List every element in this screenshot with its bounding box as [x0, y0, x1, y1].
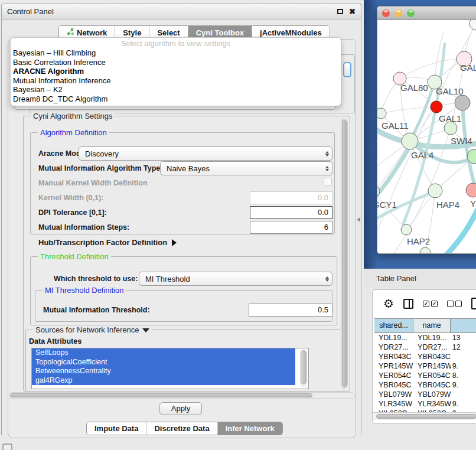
hub-definition-label: Hub/Transcription Factor Definition: [38, 238, 167, 247]
attributes-scrollbar[interactable]: [300, 350, 307, 387]
gear-icon[interactable]: ⚙: [383, 298, 394, 309]
network-graph-svg: GALGAL80GAL10GAL1GAL11SWI4GAL4GCY1HAP4YH…: [377, 20, 476, 254]
network-node[interactable]: [377, 108, 386, 119]
network-node[interactable]: [444, 122, 457, 135]
column-header-shared[interactable]: shared...: [374, 319, 413, 332]
which-threshold-select[interactable]: MI Threshold: [139, 272, 332, 286]
checked-box-icon: ✓: [431, 301, 438, 307]
hub-definition-toggle[interactable]: Hub/Transcription Factor Definition: [38, 238, 177, 247]
settings-hscroll-thumb[interactable]: [10, 393, 312, 397]
mi-type-select[interactable]: Naive Bayes: [160, 161, 332, 175]
mi-steps-label: Mutual Information Steps:: [38, 223, 129, 231]
network-node[interactable]: [428, 184, 442, 198]
algorithm-option[interactable]: Basic Correlation Inference: [11, 58, 341, 67]
docked-panel-button[interactable]: [2, 444, 12, 450]
table-cell: YPR145W: [413, 361, 451, 371]
table-cell: YBL079W: [413, 390, 451, 399]
mac-minimize-button[interactable]: [395, 9, 402, 17]
algorithm-dropdown-placeholder: Select algorithm to view settings: [11, 39, 341, 48]
settings-vscroll-thumb[interactable]: [342, 120, 347, 387]
network-edge[interactable]: [381, 107, 436, 113]
data-attribute-item[interactable]: TopologicalCoefficient: [32, 358, 295, 367]
table-row[interactable]: YDL19...YDL19...13: [374, 333, 476, 343]
algorithm-option[interactable]: Bayesian – K2: [11, 85, 341, 94]
table-cell: [451, 390, 476, 399]
tab-discretize-data[interactable]: Discretize Data: [146, 422, 217, 435]
mi-threshold-field[interactable]: 0.5: [249, 304, 332, 317]
table-cell: YLR345W: [413, 399, 451, 409]
tab-select-label: Select: [157, 28, 180, 37]
tab-jactivemnodules-label: jActiveMNodules: [260, 28, 322, 37]
tab-infer-network[interactable]: Infer Network: [217, 422, 282, 435]
mi-steps-field[interactable]: 6: [250, 221, 332, 234]
stepper-arrows-icon: [325, 147, 329, 160]
data-attributes-label: Data Attributes: [29, 337, 81, 345]
data-attribute-item[interactable]: SelfLoops: [32, 348, 295, 358]
network-node[interactable]: [401, 224, 412, 235]
mac-close-button[interactable]: [382, 9, 390, 17]
manual-kernel-label: Manual Kernel Width Definition: [38, 179, 148, 187]
data-attributes-items: SelfLoopsTopologicalCoefficientBetweenne…: [32, 348, 308, 385]
table-row[interactable]: YLR345WYLR345W9.: [374, 399, 476, 409]
attributes-scrollbar-thumb[interactable]: [301, 350, 307, 384]
table-cell: YBR043C: [413, 352, 451, 361]
table-row[interactable]: YPR145WYPR145W9.: [374, 361, 476, 371]
tab-impute-data[interactable]: Impute Data: [87, 422, 146, 435]
sources-title[interactable]: Sources for Network Inference: [33, 325, 152, 334]
network-node-label: HAP2: [407, 236, 430, 246]
threshold-definition-title: Threshold Definition: [38, 252, 111, 261]
network-node[interactable]: [466, 183, 476, 197]
network-node[interactable]: [420, 247, 431, 254]
table-row[interactable]: YBR045CYBR045C9.: [374, 380, 476, 390]
algorithm-option[interactable]: Dream8 DC_TDC Algorithm: [11, 94, 341, 104]
network-node[interactable]: [470, 20, 476, 30]
network-view-window[interactable]: GALGAL80GAL10GAL1GAL11SWI4GAL4GCY1HAP4YH…: [377, 6, 476, 254]
aracne-mode-select[interactable]: Discovery: [79, 146, 332, 161]
float-window-icon[interactable]: [337, 9, 343, 14]
manual-kernel-checkbox[interactable]: [324, 178, 332, 186]
kernel-width-field[interactable]: 0.0: [250, 191, 332, 204]
apply-button[interactable]: Apply: [159, 402, 202, 415]
settings-horizontal-scrollbar[interactable]: [9, 392, 355, 399]
algorithm-combo-stepper[interactable]: [343, 62, 351, 77]
column-header-name[interactable]: name: [413, 319, 451, 332]
control-panel-window: Control Panel ✖ Network: [1, 4, 361, 435]
network-graph-view[interactable]: GALGAL80GAL10GAL1GAL11SWI4GAL4GCY1HAP4YH…: [377, 20, 476, 254]
select-all-checkboxes-icon[interactable]: ✓ ✓: [423, 301, 438, 307]
sources-title-label: Sources for Network Inference: [35, 325, 139, 334]
data-attribute-item[interactable]: gal4RGexp: [32, 376, 295, 386]
table-cell: YPR145W: [374, 361, 413, 371]
mac-zoom-button[interactable]: [407, 9, 415, 17]
column-header-partial[interactable]: [451, 319, 476, 332]
settings-vertical-scrollbar[interactable]: [341, 119, 348, 388]
deselect-all-checkboxes-icon[interactable]: [447, 301, 462, 307]
dpi-tolerance-field[interactable]: 0.0: [250, 206, 332, 219]
table-row[interactable]: YBR043CYBR043C: [374, 352, 476, 361]
close-icon[interactable]: ✖: [349, 8, 356, 15]
export-table-icon[interactable]: [471, 298, 476, 309]
table-row[interactable]: YER054CYER054C8.: [374, 371, 476, 380]
algorithm-definition-title: Algorithm Definition: [38, 128, 109, 137]
checked-box-icon: ✓: [423, 301, 429, 307]
network-node-label: GAL1: [439, 113, 461, 123]
table-horizontal-scrollbar[interactable]: [373, 412, 476, 420]
table-row[interactable]: YDR27...YDR27...12: [374, 343, 476, 352]
algorithm-option[interactable]: ARACNE Algorithm: [11, 67, 341, 76]
algorithm-option[interactable]: Bayesian – Hill Climbing: [11, 48, 341, 58]
network-node[interactable]: [402, 133, 418, 149]
data-attribute-item[interactable]: BetweennessCentrality: [32, 367, 295, 376]
splitter-collapse-arrow[interactable]: [357, 217, 360, 222]
network-edge[interactable]: [377, 145, 410, 202]
network-node[interactable]: [455, 95, 470, 110]
table-hscroll-thumb[interactable]: [376, 414, 476, 419]
table-header-row: shared... name: [374, 318, 476, 333]
table-panel-card: ⚙ ✓ ✓ shared... name YDL19...YDL19...13Y…: [372, 289, 476, 424]
table-panel-titlebar: Table Panel: [364, 269, 476, 288]
split-columns-icon[interactable]: [403, 299, 413, 309]
table-cell: YDR27...: [374, 343, 413, 352]
table-row[interactable]: YBL079WYBL079W: [374, 390, 476, 399]
network-node[interactable]: [431, 101, 442, 113]
data-attributes-list[interactable]: SelfLoopsTopologicalCoefficientBetweenne…: [31, 348, 309, 389]
algorithm-option[interactable]: Mutual Information Inference: [11, 76, 341, 86]
mi-threshold-label: Mutual Information Threshold:: [43, 306, 150, 314]
